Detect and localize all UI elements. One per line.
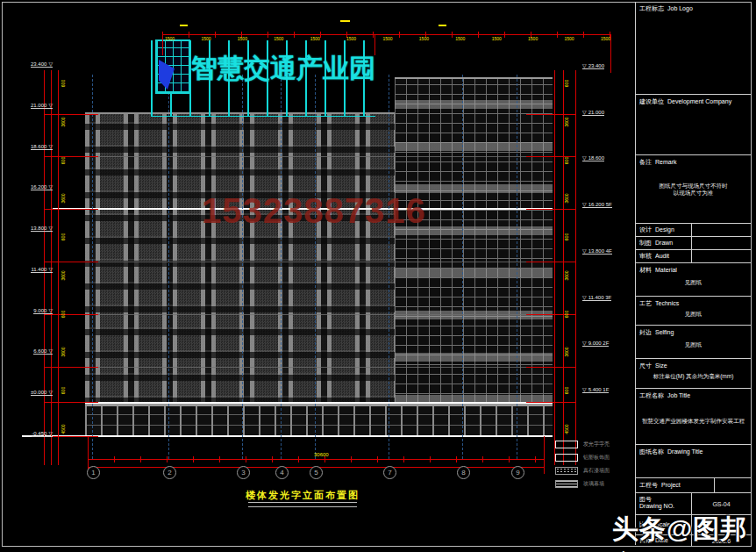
dimension-value: 600 [61, 387, 66, 394]
legend-label: 铝塑板饰面 [583, 454, 610, 462]
dimension-value: 600 [564, 80, 569, 87]
legend-label: 真石漆墙面 [583, 467, 610, 475]
remark-text-line1: 图纸尺寸与现场尺寸不符时 [638, 183, 748, 190]
elevation-marker: ▽ 13.800 4F [582, 248, 612, 254]
level-triangle-icon: ▽ [48, 184, 53, 190]
elevation-value: 21.000 [31, 103, 46, 108]
dimension-value: 1500 [564, 36, 574, 41]
axis-gridline [281, 75, 282, 459]
floor-line [85, 314, 553, 315]
drawing-title-label-zh: 图纸名称 [639, 448, 664, 455]
dimension-value: 1500 [165, 36, 175, 41]
elevation-value: 18.600 [31, 144, 46, 149]
size-value: 标注单位(M) 其余均为毫米(mm) [636, 372, 751, 381]
dimension-value: 3600 [564, 348, 569, 357]
dimension-value: 600 [564, 310, 569, 317]
audit-label-zh: 审核 [639, 253, 652, 259]
grid-bubble: 1 [87, 466, 100, 479]
level-triangle-icon: ▽ [582, 155, 587, 161]
dimension-value: 3600 [564, 194, 569, 204]
elevation-value: 9.000 [33, 308, 46, 313]
grid-bubble: 2 [163, 466, 176, 479]
grid-bubble: 4 [275, 466, 289, 479]
dimension-value: 1500 [455, 36, 465, 41]
grid-bubble: 3 [237, 466, 250, 479]
title-block-row-audit: 审核Audit [636, 250, 751, 263]
dimension-value: 1500 [310, 36, 320, 41]
job-title-value: 智慧交通产业园楼体发光字制作安装工程 [636, 417, 751, 426]
legend-item: 发光字字壳 [555, 438, 636, 451]
floor-line [85, 402, 553, 404]
elevation-marker: ▽ 9.000 2F [582, 341, 609, 347]
level-triangle-icon: ▽ [582, 387, 587, 392]
drawn-label-zh: 制图 [639, 240, 652, 246]
project-label-zh: 工程号 [639, 482, 658, 488]
drawing-title-label-en: Drawing Title [667, 448, 703, 455]
title-block-row-remark: 备注Remark 图纸尺寸与现场尺寸不符时 以现场尺寸为准 [636, 155, 751, 224]
dimension-value: 1500 [419, 36, 429, 41]
elevation-markers-left: 23.400 ▽ 21.000 ▽ 18.600 ▽ 16.200 ▽ 13.8… [11, 61, 53, 437]
level-triangle-icon: ▽ [582, 202, 587, 207]
axis-gridline [517, 75, 517, 459]
legend-item: 真石漆墙面 [555, 464, 636, 477]
grid-bubble: 7 [383, 466, 396, 479]
level-triangle-icon: ▽ [48, 267, 53, 272]
elevation-marker: 23.400 ▽ [31, 61, 53, 68]
size-label-en: Size [655, 362, 667, 369]
dimension-value: 600 [61, 233, 66, 240]
design-label-zh: 设计 [639, 226, 652, 233]
legend-item: 铝塑板饰面 [555, 451, 636, 464]
dimension-value: 600 [61, 156, 66, 163]
axis-gridline [462, 75, 463, 459]
legend: 发光字字壳 铝塑板饰面 真石漆墙面 玻璃幕墙 [555, 438, 636, 491]
dimension-value: 1500 [346, 36, 356, 41]
axis-gridline [315, 75, 316, 459]
dimension-value: 600 [61, 80, 66, 87]
elevation-marker: 6.600 ▽ [33, 348, 53, 355]
selfing-value: 见图纸 [636, 341, 751, 349]
dev-company-label-en: Development Company [667, 98, 731, 104]
level-triangle-icon: ▽ [48, 226, 53, 231]
legend-label: 玻璃幕墙 [583, 480, 604, 488]
dimension-value: 1500 [382, 36, 392, 41]
elevation-value: 16.200 [31, 184, 46, 190]
watermark-toutiao: 头条@图邦客 [612, 512, 756, 552]
elevation-marker: ±0.000 ▽ [31, 390, 53, 396]
dimension-value: 600 [61, 310, 66, 317]
remark-label-en: Remark [655, 159, 677, 165]
elevation-value: 5.400 1F [588, 387, 610, 392]
drawing-no-label-en: Drawing NO. [639, 503, 674, 510]
dimension-value: 600 [564, 156, 569, 163]
title-block-row-size: 尺寸Size 标注单位(M) 其余均为毫米(mm) [636, 359, 751, 389]
drawn-label-en: Drawn [655, 240, 673, 246]
dimension-value: 1500 [274, 36, 283, 41]
remark-text-line2: 以现场尺寸为准 [638, 190, 748, 197]
level-triangle-icon: ▽ [582, 63, 587, 68]
dimension-value: 1500 [201, 36, 210, 41]
level-triangle-icon: ▽ [48, 348, 53, 354]
elevation-value: 23.400 [31, 61, 46, 67]
elevation-marker: ▽ 23.400 [582, 63, 604, 69]
dimension-extension [544, 436, 545, 474]
elevation-marker: ▽ 18.600 [582, 155, 604, 161]
elevation-marker: -0.450 ▽ [32, 431, 53, 437]
technics-label-zh: 工艺 [639, 300, 652, 306]
elevation-value: ±0.000 [31, 390, 46, 395]
title-block-row-job-logo: 工程标志Job Logo [636, 2, 751, 95]
sign-text: 智慧交通产业园 [191, 51, 377, 87]
material-label-zh: 材料 [639, 267, 652, 273]
legend-swatch [555, 467, 578, 475]
level-triangle-icon: ▽ [48, 308, 53, 313]
elevation-value: -0.450 [32, 431, 46, 436]
elevation-value: 16.200 5F [588, 202, 612, 207]
grid-bubble: 5 [310, 466, 323, 479]
level-triangle-icon: ▽ [582, 110, 587, 115]
dimension-value: 3600 [61, 117, 66, 126]
elevation-marker: 13.800 ▽ [31, 226, 53, 232]
elevation-value: 9.000 2F [588, 341, 610, 346]
drawing-title-underline [248, 502, 357, 507]
dimension-ticks-bottom [88, 456, 544, 462]
title-block-row-development-company: 建设单位Development Company [636, 95, 751, 155]
level-triangle-icon: ▽ [48, 61, 53, 67]
floor-line [85, 262, 553, 262]
